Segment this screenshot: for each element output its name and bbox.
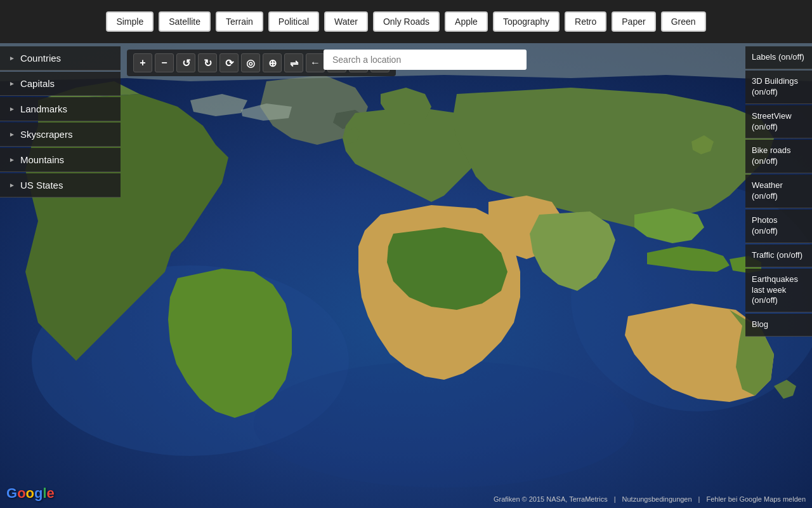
- sidebar-label-landmarks: Landmarks: [20, 104, 67, 114]
- search-box: [324, 50, 527, 70]
- sidebar-arrow-capitals: ►: [9, 80, 15, 87]
- attribution: Grafiken © 2015 NASA, TerraMetrics: [494, 495, 608, 503]
- ctrl-random[interactable]: ⇌: [284, 53, 303, 72]
- right-item-blog[interactable]: Blog: [745, 314, 812, 337]
- style-btn-water[interactable]: Water: [324, 11, 368, 32]
- ctrl-zoom-out[interactable]: −: [155, 53, 174, 72]
- ctrl-location[interactable]: ⊕: [263, 53, 282, 72]
- right-item-traffic[interactable]: Traffic (on/off): [745, 244, 812, 267]
- ctrl-marker[interactable]: ◎: [241, 53, 260, 72]
- sidebar-item-landmarks[interactable]: ►Landmarks: [0, 97, 121, 121]
- sidebar-label-capitals: Capitals: [20, 78, 55, 89]
- report-link[interactable]: Fehler bei Google Maps melden: [706, 495, 806, 503]
- sidebar-item-mountains[interactable]: ►Mountains: [0, 148, 121, 172]
- sidebar-arrow-mountains: ►: [9, 156, 15, 163]
- style-btn-only-roads[interactable]: Only Roads: [373, 11, 440, 32]
- ctrl-redo[interactable]: ↻: [198, 53, 217, 72]
- sidebar-item-countries[interactable]: ►Countries: [0, 46, 121, 70]
- ctrl-left[interactable]: ←: [306, 53, 325, 72]
- style-btn-satellite[interactable]: Satellite: [159, 11, 211, 32]
- sidebar-item-capitals[interactable]: ►Capitals: [0, 72, 121, 96]
- sidebar-label-us-states: US States: [20, 180, 63, 190]
- right-item-earthquakes[interactable]: Earthquakes last week (on/off): [745, 269, 812, 313]
- style-btn-topography[interactable]: Topography: [493, 11, 560, 32]
- style-btn-retro[interactable]: Retro: [565, 11, 606, 32]
- separator2: |: [698, 495, 700, 503]
- style-btn-political[interactable]: Political: [268, 11, 319, 32]
- style-btn-apple[interactable]: Apple: [445, 11, 488, 32]
- style-btn-terrain[interactable]: Terrain: [216, 11, 263, 32]
- sidebar-arrow-countries: ►: [9, 55, 15, 62]
- right-item-photos[interactable]: Photos (on/off): [745, 210, 812, 243]
- separator: |: [614, 495, 616, 503]
- right-item-streetview[interactable]: StreetView (on/off): [745, 105, 812, 139]
- style-btn-simple[interactable]: Simple: [106, 11, 154, 32]
- right-item-weather[interactable]: Weather (on/off): [745, 175, 812, 208]
- style-btn-green[interactable]: Green: [661, 11, 706, 32]
- top-toolbar: SimpleSatelliteTerrainPoliticalWaterOnly…: [0, 0, 812, 43]
- google-logo: Google: [6, 485, 55, 502]
- left-sidebar: ►Countries►Capitals►Landmarks►Skyscraper…: [0, 43, 121, 197]
- sidebar-label-countries: Countries: [20, 53, 61, 64]
- search-input[interactable]: [324, 50, 527, 70]
- ctrl-zoom-in[interactable]: +: [133, 53, 152, 72]
- sidebar-item-skyscrapers[interactable]: ►Skyscrapers: [0, 123, 121, 147]
- sidebar-arrow-us-states: ►: [9, 182, 15, 189]
- map-area[interactable]: ►Countries►Capitals►Landmarks►Skyscraper…: [0, 43, 812, 508]
- style-btn-paper[interactable]: Paper: [612, 11, 655, 32]
- ctrl-undo[interactable]: ↺: [176, 53, 195, 72]
- right-item-labels[interactable]: Labels (on/off): [745, 46, 812, 69]
- right-item-bike-roads[interactable]: Bike roads (on/off): [745, 140, 812, 173]
- ctrl-refresh[interactable]: ⟳: [219, 53, 239, 72]
- footer: Grafiken © 2015 NASA, TerraMetrics | Nut…: [494, 495, 806, 503]
- right-item-3d-buildings[interactable]: 3D Buildings (on/off): [745, 70, 812, 104]
- sidebar-label-mountains: Mountains: [20, 154, 64, 165]
- sidebar-item-us-states[interactable]: ►US States: [0, 173, 121, 197]
- sidebar-arrow-landmarks: ►: [9, 105, 15, 112]
- terms-link[interactable]: Nutzungsbedingungen: [622, 495, 692, 503]
- right-sidebar: Labels (on/off)3D Buildings (on/off)Stre…: [745, 43, 812, 337]
- sidebar-label-skyscrapers: Skyscrapers: [20, 129, 73, 140]
- sidebar-arrow-skyscrapers: ►: [9, 131, 15, 138]
